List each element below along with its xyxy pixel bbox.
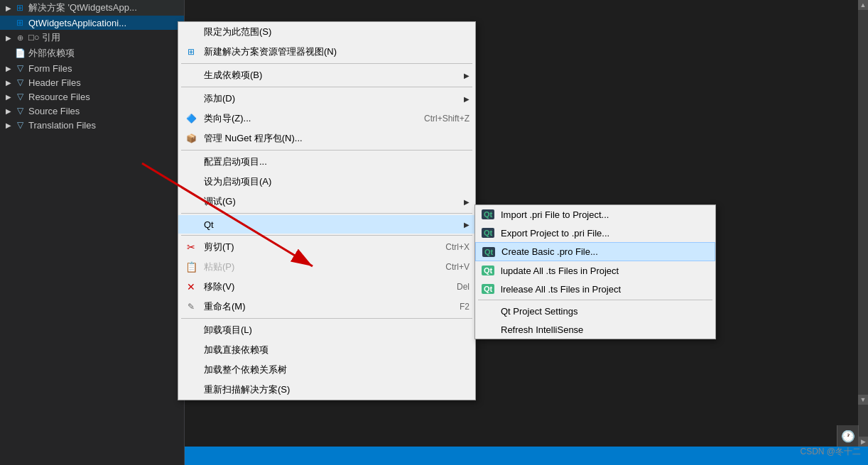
menu-sep-sep1	[181, 63, 472, 64]
menu-label-class-wizard: 类向导(Z)...	[204, 112, 251, 125]
menu-item-qt[interactable]: Qt ▶	[178, 215, 475, 234]
menu-item-add[interactable]: 添加(D) ▶	[178, 89, 475, 109]
menu-item-configure-startup[interactable]: 配置启动项目...	[178, 152, 475, 172]
arrow-header: ▶	[3, 77, 14, 88]
tree-item-source[interactable]: ▶ ▽ Source Files	[0, 104, 184, 118]
arrow-form: ▶	[3, 62, 14, 74]
qt-menu-item-refresh[interactable]: Refresh IntelliSense	[475, 320, 715, 339]
menu-item-cut[interactable]: ✂ 剪切(T) Ctrl+X	[178, 237, 475, 257]
menu-icon-rescan	[184, 383, 198, 397]
menu-label-rename: 重命名(M)	[204, 300, 246, 313]
label-source: Source Files	[28, 106, 181, 116]
shortcut-class-wizard: Ctrl+Shift+Z	[396, 114, 470, 124]
menu-item-debug[interactable]: 调试(G) ▶	[178, 192, 475, 212]
qt-submenu: Qt Import .pri File to Project... Qt Exp…	[474, 204, 716, 339]
menu-icon-configure-startup	[184, 155, 198, 169]
qt-icon-import-pri: Qt	[481, 207, 495, 221]
menu-icon-paste: 📋	[184, 260, 198, 274]
qt-menu-item-create-pro[interactable]: Qt Create Basic .pro File...	[475, 242, 715, 261]
qt-menu-item-lupdate[interactable]: Qt lupdate All .ts Files in Project	[475, 261, 715, 280]
qt-icon-qt-settings	[481, 304, 495, 318]
menu-icon-add	[184, 92, 198, 106]
menu-item-rescan[interactable]: 重新扫描解决方案(S)	[178, 380, 475, 400]
menu-label-set-startup: 设为启动项目(A)	[204, 175, 271, 188]
menu-label-configure-startup: 配置启动项目...	[204, 155, 267, 168]
submenu-arrow-qt: ▶	[464, 221, 470, 229]
shortcut-cut: Ctrl+X	[417, 242, 470, 252]
menu-item-limit-scope[interactable]: 限定为此范围(S)	[178, 22, 475, 42]
menu-item-set-startup[interactable]: 设为启动项目(A)	[178, 172, 475, 192]
qt-label-export-pri: Export Project to .pri File...	[501, 228, 609, 239]
menu-item-load-direct[interactable]: 加载直接依赖项	[178, 340, 475, 360]
menu-icon-remove: ✕	[184, 280, 198, 294]
menu-item-new-solution-view[interactable]: ⊞ 新建解决方案资源管理器视图(N)	[178, 42, 475, 62]
qt-menu-item-export-pri[interactable]: Qt Export Project to .pri File...	[475, 224, 715, 242]
scrollbar[interactable]: ▲ ▼	[858, 0, 868, 426]
solution-explorer: ▶ ⊞ 解决方案 'QtWidgetsApp... ⊞ QtWidgetsApp…	[0, 0, 185, 465]
menu-label-rescan: 重新扫描解决方案(S)	[204, 383, 290, 396]
menu-label-add: 添加(D)	[204, 92, 235, 105]
qt-label-lrelease: lrelease All .ts Files in Project	[501, 284, 621, 295]
menu-label-load-direct: 加载直接依赖项	[204, 344, 268, 356]
label-solution: 解决方案 'QtWidgetsApp...	[28, 1, 181, 14]
qt-menu-item-import-pri[interactable]: Qt Import .pri File to Project...	[475, 205, 715, 224]
qt-icon-refresh	[481, 322, 495, 337]
shortcut-paste: Ctrl+V	[417, 262, 470, 272]
qt-menu-item-lrelease[interactable]: Qt lrelease All .ts Files in Project	[475, 280, 715, 298]
arrow-translation: ▶	[3, 119, 14, 131]
tree-item-resource[interactable]: ▶ ▽ Resource Files	[0, 89, 184, 104]
tree-item-project[interactable]: ⊞ QtWidgetsApplicationi...	[0, 16, 184, 30]
qt-label-refresh: Refresh IntelliSense	[501, 324, 583, 335]
qt-label-create-pro: Create Basic .pro File...	[501, 246, 598, 257]
icon-form: ▽	[14, 62, 26, 74]
label-header: Header Files	[28, 77, 181, 88]
qt-label-lupdate: lupdate All .ts Files in Project	[501, 266, 619, 276]
tree-item-references[interactable]: ▶ ⊕ □○ 引用	[0, 30, 184, 45]
menu-label-remove: 移除(V)	[204, 280, 234, 293]
label-resource: Resource Files	[28, 92, 181, 102]
menu-label-new-solution-view: 新建解决方案资源管理器视图(N)	[204, 45, 337, 58]
icon-header: ▽	[14, 77, 26, 88]
menu-item-build-deps[interactable]: 生成依赖项(B) ▶	[178, 65, 475, 85]
menu-item-paste[interactable]: 📋 粘贴(P) Ctrl+V	[178, 257, 475, 277]
menu-label-paste: 粘贴(P)	[204, 261, 234, 273]
label-project: QtWidgetsApplicationi...	[28, 18, 181, 28]
menu-icon-qt	[184, 217, 198, 231]
tree-item-solution[interactable]: ▶ ⊞ 解决方案 'QtWidgetsApp...	[0, 0, 184, 16]
menu-label-unload: 卸载项目(L)	[204, 324, 252, 337]
submenu-arrow-debug: ▶	[464, 198, 470, 206]
menu-icon-debug	[184, 195, 198, 209]
menu-item-remove[interactable]: ✕ 移除(V) Del	[178, 277, 475, 297]
scroll-right[interactable]: ▶	[858, 425, 868, 447]
bottom-bar	[185, 447, 868, 465]
menu-sep-sep5	[181, 235, 472, 236]
icon-solution: ⊞	[14, 2, 26, 13]
scroll-up[interactable]: ▲	[858, 0, 868, 10]
menu-item-class-wizard[interactable]: 🔷 类向导(Z)... Ctrl+Shift+Z	[178, 109, 475, 128]
tree-item-external[interactable]: 📄 外部依赖项	[0, 45, 184, 61]
icon-source: ▽	[14, 105, 26, 116]
icon-project: ⊞	[14, 17, 26, 28]
menu-icon-class-wizard: 🔷	[184, 111, 198, 126]
tree-item-header[interactable]: ▶ ▽ Header Files	[0, 75, 184, 89]
qt-menu-item-qt-settings[interactable]: Qt Project Settings	[475, 302, 715, 320]
qt-label-qt-settings: Qt Project Settings	[501, 306, 577, 317]
tree-item-translation[interactable]: ▶ ▽ Translation Files	[0, 118, 184, 132]
menu-item-rename[interactable]: ✎ 重命名(M) F2	[178, 297, 475, 317]
menu-sep-sep4	[181, 213, 472, 214]
menu-item-load-tree[interactable]: 加载整个依赖关系树	[178, 360, 475, 380]
menu-item-manage-nuget[interactable]: 📦 管理 NuGet 程序包(N)...	[178, 128, 475, 148]
arrow-references: ▶	[3, 32, 14, 43]
qt-icon-lrelease: Qt	[481, 282, 495, 296]
scroll-down[interactable]: ▼	[858, 395, 868, 405]
menu-icon-rename: ✎	[184, 300, 198, 314]
menu-icon-limit-scope	[184, 25, 198, 39]
menu-item-unload[interactable]: 卸载项目(L)	[178, 320, 475, 340]
shortcut-remove: Del	[428, 282, 470, 292]
tree-item-form[interactable]: ▶ ▽ Form Files	[0, 61, 184, 75]
label-references: □○ 引用	[28, 31, 181, 44]
menu-sep-sep2	[181, 87, 472, 87]
qt-icon-export-pri: Qt	[481, 226, 495, 240]
menu-label-limit-scope: 限定为此范围(S)	[204, 26, 271, 38]
menu-icon-manage-nuget: 📦	[184, 131, 198, 146]
